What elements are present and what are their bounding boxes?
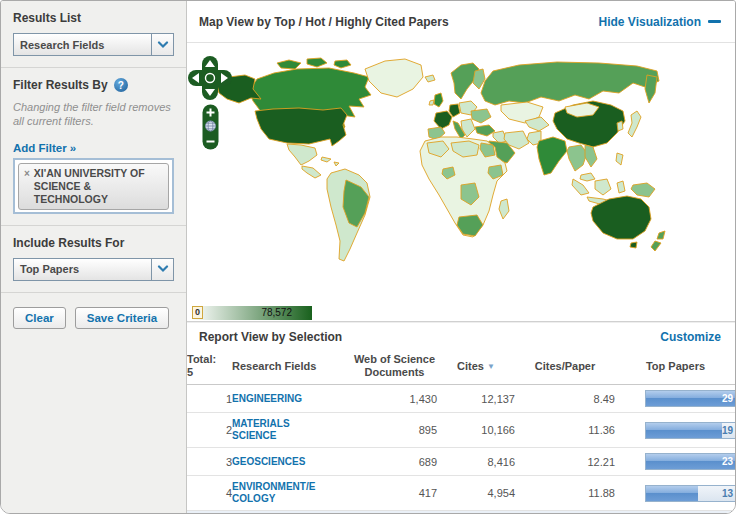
table-header-row: Total: 5 Research Fields Web of Science …	[187, 350, 735, 385]
docs-cell: 1,430	[352, 385, 437, 413]
legend-min-value: 0	[192, 306, 203, 319]
table-row-all-fields: 0 ALL FIELDS 4,875 48,650 9.98 112	[187, 511, 735, 513]
chevron-down-icon[interactable]	[151, 34, 173, 55]
report-title: Report View by Selection	[199, 330, 342, 344]
column-header-wos-documents: Web of Science Documents	[352, 350, 437, 385]
cites-per-paper-cell: 11.88	[515, 476, 615, 511]
cites-per-paper-cell: 12.21	[515, 448, 615, 476]
total-header: Total: 5	[187, 350, 232, 385]
filter-results-by-label: Filter Results By	[13, 78, 108, 92]
docs-cell: 895	[352, 413, 437, 448]
cites-cell: 48,650	[437, 511, 515, 513]
table-row: 4 ENVIRONMENT/E COLOGY 417 4,954 11.88 1…	[187, 476, 735, 511]
filter-note: Changing the filter field removes all cu…	[13, 100, 174, 129]
table-row: 2 MATERIALS SCIENCE 895 10,166 11.36 19	[187, 413, 735, 448]
sidebar: Results List Research Fields Filter Resu…	[1, 1, 187, 513]
minus-icon	[708, 20, 721, 23]
top-papers-value: 13	[722, 486, 733, 501]
customize-link[interactable]: Customize	[660, 330, 721, 344]
cites-per-paper-cell: 8.49	[515, 385, 615, 413]
top-papers-bar: 29	[645, 390, 735, 407]
map-area: 0 78,572	[187, 43, 735, 321]
cites-cell: 12,137	[437, 385, 515, 413]
cites-cell: 10,166	[437, 413, 515, 448]
filter-section: Filter Results By ? Changing the filter …	[1, 68, 186, 226]
top-papers-bar: 23	[645, 453, 735, 470]
cites-per-paper-cell: 9.98	[515, 511, 615, 513]
cites-per-paper-cell: 11.36	[515, 413, 615, 448]
top-papers-value: 23	[722, 454, 733, 469]
report-header: Report View by Selection Customize	[187, 323, 735, 350]
rank-cell: 0	[187, 511, 232, 513]
results-list-label: Results List	[13, 11, 174, 25]
results-list-selected-value: Research Fields	[14, 39, 151, 51]
filter-chip[interactable]: × XI'AN UNIVERSITY OF SCIENCE & TECHNOLO…	[18, 163, 169, 210]
map-zoom-control[interactable]	[202, 104, 219, 150]
add-filter-link[interactable]: Add Filter »	[13, 142, 76, 154]
top-papers-bar: 19	[645, 422, 735, 439]
docs-cell: 4,875	[352, 511, 437, 513]
column-header-cites-per-paper: Cites/Paper	[515, 350, 615, 385]
rank-cell: 1	[187, 385, 232, 413]
results-list-section: Results List Research Fields	[1, 1, 186, 68]
esi-window: Results List Research Fields Filter Resu…	[0, 0, 736, 514]
rank-cell: 2	[187, 413, 232, 448]
clear-button[interactable]: Clear	[13, 307, 66, 329]
rank-cell: 3	[187, 448, 232, 476]
filter-box[interactable]: × XI'AN UNIVERSITY OF SCIENCE & TECHNOLO…	[13, 158, 174, 214]
field-link[interactable]: ENGINEERING	[232, 393, 302, 405]
map-header: Map View by Top / Hot / Highly Cited Pap…	[187, 1, 735, 43]
column-header-top-papers: Top Papers	[615, 350, 735, 385]
include-results-selected-value: Top Papers	[14, 263, 151, 275]
main-content: Map View by Top / Hot / Highly Cited Pap…	[187, 1, 735, 513]
filter-chip-label: XI'AN UNIVERSITY OF SCIENCE & TECHNOLOGY	[34, 167, 163, 206]
report-table: Total: 5 Research Fields Web of Science …	[187, 350, 735, 513]
remove-filter-icon[interactable]: ×	[24, 167, 30, 180]
include-results-section: Include Results For Top Papers	[1, 226, 186, 293]
top-papers-value: 29	[722, 391, 733, 406]
include-results-label: Include Results For	[13, 236, 174, 250]
cites-cell: 8,416	[437, 448, 515, 476]
sidebar-buttons: Clear Save Criteria	[1, 293, 186, 340]
field-link[interactable]: MATERIALS SCIENCE	[232, 418, 290, 442]
top-papers-bar: 13	[645, 485, 735, 502]
help-icon[interactable]: ?	[114, 78, 128, 92]
table-row: 1 ENGINEERING 1,430 12,137 8.49 29	[187, 385, 735, 413]
docs-cell: 417	[352, 476, 437, 511]
chevron-down-icon[interactable]	[151, 259, 173, 280]
column-header-cites[interactable]: Cites ▼	[437, 350, 515, 385]
table-row: 3 GEOSCIENCES 689 8,416 12.21 23	[187, 448, 735, 476]
include-results-select[interactable]: Top Papers	[13, 258, 174, 281]
map-pan-control[interactable]	[187, 55, 233, 101]
field-link[interactable]: ENVIRONMENT/E COLOGY	[232, 481, 315, 505]
world-map[interactable]	[189, 49, 735, 301]
sort-desc-icon: ▼	[487, 362, 495, 371]
field-link[interactable]: GEOSCIENCES	[232, 456, 305, 468]
top-papers-value: 19	[722, 423, 733, 438]
map-legend: 0 78,572	[192, 306, 312, 320]
legend-max-value: 78,572	[261, 307, 292, 318]
save-criteria-button[interactable]: Save Criteria	[75, 307, 169, 329]
cites-cell: 4,954	[437, 476, 515, 511]
results-list-select[interactable]: Research Fields	[13, 33, 174, 56]
rank-cell: 4	[187, 476, 232, 511]
hide-visualization-link[interactable]: Hide Visualization	[599, 15, 721, 29]
map-title: Map View by Top / Hot / Highly Cited Pap…	[199, 15, 449, 29]
docs-cell: 689	[352, 448, 437, 476]
column-header-research-fields: Research Fields	[232, 350, 352, 385]
map-controls	[195, 55, 225, 150]
